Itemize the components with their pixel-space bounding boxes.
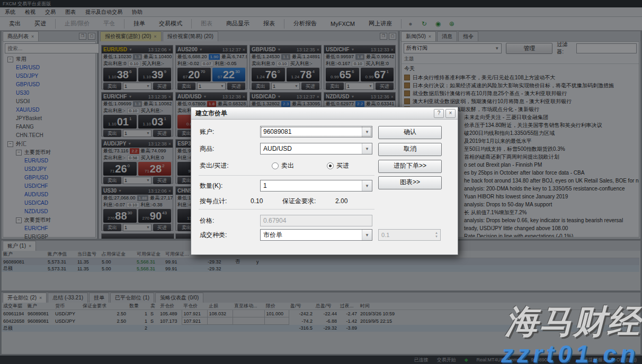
- instrument-select[interactable]: AUD/USD ▼: [260, 143, 372, 154]
- amount-value: 1: [261, 182, 362, 189]
- cancel-button[interactable]: 取消: [378, 143, 442, 156]
- rate-label: 价格:: [200, 215, 259, 226]
- order-type-select[interactable]: 市价单 ▼: [260, 229, 372, 241]
- divider: [199, 175, 374, 176]
- amount-label: 数量(K):: [200, 180, 259, 192]
- chevron-down-icon[interactable]: ▼: [362, 126, 372, 137]
- chevron-down-icon[interactable]: ▼: [362, 230, 372, 240]
- range-value: 0.1: [379, 232, 433, 238]
- account-value: 96089081: [261, 128, 362, 135]
- instrument-value: AUD/USD: [261, 145, 362, 152]
- dialog-title: 建立市价单: [195, 109, 432, 118]
- rate-input-disabled: 0.67904: [260, 215, 372, 226]
- sell-radio-label: 卖出: [281, 162, 294, 169]
- instrument-label: 商品:: [200, 143, 259, 154]
- amount-select[interactable]: 1 ▼: [260, 180, 372, 192]
- range-spinner-disabled: 0.1 ▲▼: [378, 229, 441, 241]
- order-type-label: 成交种类:: [200, 229, 259, 241]
- chevron-down-icon[interactable]: ▼: [362, 180, 372, 191]
- watermark-brand: 海马财经: [505, 299, 641, 344]
- order-type-value: 市价单: [261, 231, 362, 240]
- spinner-arrows-icon: ▲▼: [433, 231, 440, 239]
- sell-radio[interactable]: 卖出: [272, 160, 294, 171]
- account-label: 账户:: [200, 126, 259, 138]
- advanced-order-button[interactable]: 进阶下单>>: [378, 160, 442, 173]
- margin-value: 2.00: [335, 195, 362, 207]
- app-window: FXCM 交易平台桌面版 系统检视交易图表提示及自动交易协助 卖出买进止损/限价…: [0, 0, 642, 364]
- help-icon[interactable]: ?: [434, 109, 444, 118]
- chevron-down-icon[interactable]: ▼: [362, 143, 372, 154]
- buy-radio[interactable]: 买进: [327, 160, 349, 171]
- per-pip-value: 0.10: [251, 195, 277, 207]
- chart-button[interactable]: 图表>>: [378, 176, 442, 189]
- margin-label: 保证金要求:: [282, 195, 342, 207]
- radio-checked-icon[interactable]: [327, 162, 334, 169]
- dialog-titlebar[interactable]: 建立市价单 ? ×: [191, 107, 458, 120]
- buy-radio-label: 买进: [336, 162, 349, 169]
- side-label: 卖出/买进:: [200, 160, 259, 171]
- close-icon[interactable]: ×: [445, 109, 456, 118]
- market-order-dialog: 建立市价单 ? × 账户: 96089081 ▼ 确认 商品: AUD/USD …: [191, 107, 458, 255]
- account-select[interactable]: 96089081 ▼: [260, 126, 372, 138]
- ok-button[interactable]: 确认: [378, 126, 442, 139]
- radio-icon[interactable]: [272, 162, 279, 169]
- divider: [199, 209, 374, 210]
- watermark-url: zzrt01.cn: [501, 340, 639, 364]
